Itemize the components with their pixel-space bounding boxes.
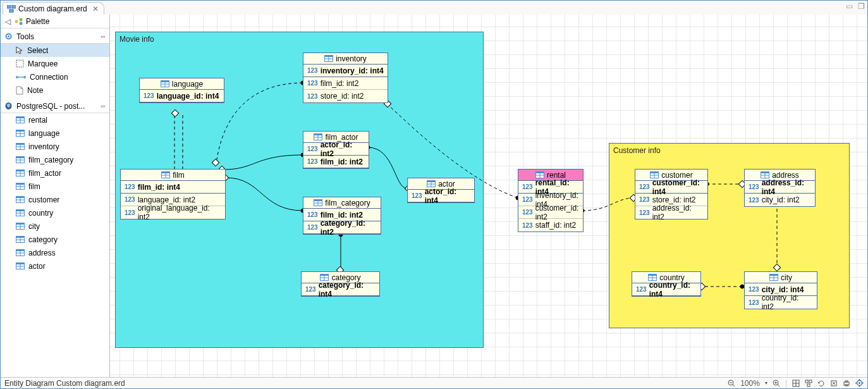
table-item-film_actor[interactable]: film_actor	[1, 166, 109, 180]
back-button[interactable]: ◁	[3, 17, 12, 26]
svg-rect-109	[320, 274, 329, 276]
zoom-level[interactable]: 100%	[740, 379, 760, 388]
zoom-in-icon[interactable]	[773, 380, 780, 387]
entity-column[interactable]: 123category_id: int4	[302, 283, 379, 296]
entity-column[interactable]: 123category_id: int2	[303, 221, 381, 234]
svg-rect-117	[650, 171, 659, 173]
entity-country[interactable]: country123country_id: int4	[632, 271, 701, 297]
pin-icon[interactable]: ⇔	[101, 34, 106, 40]
entity-column[interactable]: 123film_id: int2	[303, 156, 369, 168]
table-item-language[interactable]: language	[1, 127, 109, 140]
table-item-rental[interactable]: rental	[1, 113, 109, 127]
db-section-title[interactable]: PostgreSQL - post... ⇔	[1, 99, 109, 113]
entity-column[interactable]: 123original_language_id: int2	[121, 206, 225, 219]
datatype-icon: 123	[144, 92, 154, 99]
entity-customer[interactable]: customer123customer_id: int4123store_id:…	[635, 169, 708, 219]
entity-address[interactable]: address123address_id: int4123city_id: in…	[744, 169, 816, 207]
datatype-icon: 123	[412, 192, 422, 199]
table-label: language	[28, 129, 59, 138]
diagram-canvas[interactable]: Movie info Customer info	[110, 15, 867, 377]
layout-icon[interactable]	[805, 380, 812, 387]
column-name: actor_id: int4	[425, 187, 470, 205]
entity-column[interactable]: 123store_id: int2	[303, 90, 388, 102]
entity-column[interactable]: 123inventory_id: int4	[303, 65, 388, 77]
entity-film_category[interactable]: film_category123film_id: int2123category…	[303, 197, 381, 235]
status-bar: Entity Diagram Custom diagram.erd 100% ▾…	[1, 377, 867, 388]
diagram-canvas-wrap: Movie info Customer info	[110, 15, 867, 377]
entity-column[interactable]: 123actor_id: int2	[303, 143, 369, 156]
entity-inventory[interactable]: inventory123inventory_id: int4123film_id…	[303, 52, 388, 103]
entity-column[interactable]: 123address_id: int2	[635, 206, 707, 219]
entity-city[interactable]: city123city_id: int4123country_id: int2	[744, 271, 817, 309]
entity-film_actor[interactable]: film_actor123actor_id: int2123film_id: i…	[303, 131, 369, 169]
column-name: language_id: int4	[157, 92, 219, 101]
close-tab-icon[interactable]: ✕	[92, 4, 99, 13]
entity-column[interactable]: 123country_id: int4	[632, 283, 700, 296]
datatype-icon: 123	[522, 222, 533, 229]
svg-rect-50	[16, 236, 25, 238]
entity-category[interactable]: category123category_id: int4	[301, 271, 380, 297]
tools-label: Tools	[16, 32, 34, 41]
column-name: address_id: int2	[652, 204, 704, 221]
column-name: customer_id: int2	[535, 204, 579, 221]
table-label: rental	[28, 116, 47, 125]
column-name: address_id: int4	[762, 178, 811, 196]
entity-column[interactable]: 123film_id: int2	[303, 77, 388, 90]
datatype-icon: 123	[125, 209, 135, 216]
zoom-out-icon[interactable]	[728, 380, 735, 387]
table-item-city[interactable]: city	[1, 219, 109, 233]
entity-column[interactable]: 123actor_id: int4	[408, 190, 474, 202]
entity-column[interactable]: 123staff_id: int2	[518, 219, 583, 232]
tool-connection[interactable]: Connection	[1, 70, 109, 83]
datatype-icon: 123	[307, 211, 318, 218]
entity-film[interactable]: film123film_id: int4123language_id: int2…	[120, 169, 226, 219]
svg-rect-97	[161, 171, 170, 173]
tool-note[interactable]: Note	[1, 83, 109, 97]
tool-select[interactable]: Select	[1, 44, 109, 57]
postgres-icon	[4, 102, 13, 110]
print-icon[interactable]	[843, 380, 850, 387]
grid-icon[interactable]	[792, 380, 800, 387]
table-item-film_category[interactable]: film_category	[1, 153, 109, 166]
entity-column[interactable]: 123country_id: int2	[745, 296, 817, 309]
table-item-address[interactable]: address	[1, 246, 109, 259]
entity-title: language	[172, 80, 203, 89]
tool-marquee[interactable]: Marquee	[1, 57, 109, 70]
table-item-category[interactable]: category	[1, 233, 109, 246]
zoom-dropdown-icon[interactable]: ▾	[765, 380, 767, 386]
svg-rect-93	[314, 133, 322, 135]
entity-column[interactable]: 123language_id: int4	[140, 90, 224, 102]
tool-label: Marquee	[28, 59, 58, 68]
db-label: PostgreSQL - post...	[16, 102, 85, 111]
entity-actor[interactable]: actor123actor_id: int4	[407, 178, 475, 203]
svg-rect-147	[845, 381, 848, 382]
datatype-icon: 123	[307, 145, 318, 152]
entity-column[interactable]: 123address_id: int4	[745, 181, 815, 194]
region-label: Customer info	[613, 146, 661, 155]
table-item-actor[interactable]: actor	[1, 259, 109, 273]
maximize-button[interactable]: ❐	[858, 2, 865, 11]
svg-point-5	[20, 22, 23, 25]
entity-column[interactable]: 123customer_id: int2	[518, 206, 583, 219]
table-item-inventory[interactable]: inventory	[1, 140, 109, 153]
entity-title: film	[173, 171, 185, 180]
entity-column[interactable]: 123film_id: int4	[121, 181, 225, 194]
tools-section-title[interactable]: Tools ⇔	[1, 30, 109, 44]
editor-tab-bar: Custom diagram.erd ✕ ▭ ❐	[1, 1, 867, 15]
refresh-icon[interactable]	[817, 380, 825, 387]
export-icon[interactable]	[830, 380, 838, 387]
entity-column[interactable]: 123customer_id: int4	[635, 181, 707, 194]
datatype-icon: 123	[522, 183, 533, 190]
settings-icon[interactable]	[855, 379, 864, 387]
datatype-icon: 123	[307, 224, 318, 231]
entity-language[interactable]: language123language_id: int4	[139, 78, 224, 103]
minimize-button[interactable]: ▭	[846, 2, 853, 11]
pin-icon[interactable]: ⇔	[101, 103, 106, 109]
table-item-film[interactable]: film	[1, 180, 109, 193]
table-item-country[interactable]: country	[1, 206, 109, 219]
svg-rect-8	[16, 60, 23, 67]
table-item-customer[interactable]: customer	[1, 193, 109, 206]
entity-rental[interactable]: rental123rental_id: int4123inventory_id:…	[518, 169, 584, 232]
svg-point-10	[23, 76, 26, 78]
editor-tab[interactable]: Custom diagram.erd ✕	[3, 2, 104, 15]
